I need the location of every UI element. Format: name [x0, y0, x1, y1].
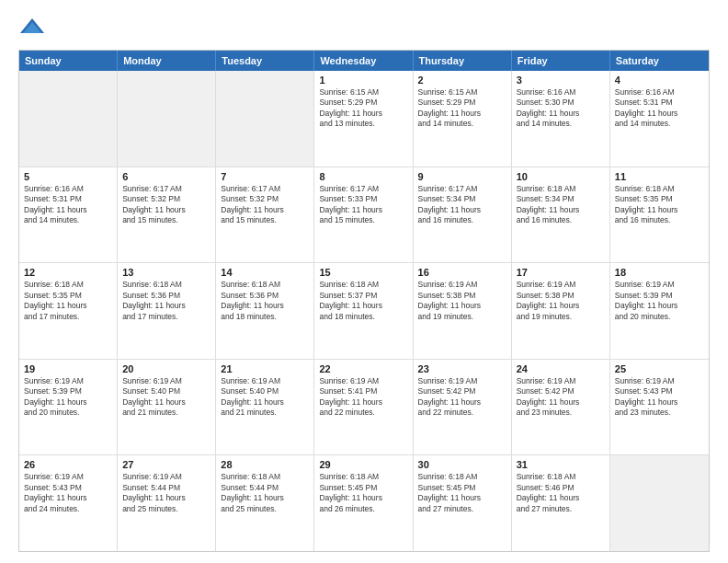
day-number: 8	[319, 171, 407, 182]
day-cell-20: 20Sunrise: 6:19 AMSunset: 5:40 PMDayligh…	[118, 360, 216, 455]
day-info: Sunrise: 6:19 AMSunset: 5:42 PMDaylight:…	[517, 376, 605, 419]
day-number: 30	[418, 459, 506, 470]
day-info: Sunrise: 6:19 AMSunset: 5:38 PMDaylight:…	[418, 280, 506, 322]
day-cell-5: 5Sunrise: 6:16 AMSunset: 5:31 PMDaylight…	[19, 167, 118, 263]
day-number: 26	[24, 459, 112, 470]
day-cell-28: 28Sunrise: 6:18 AMSunset: 5:44 PMDayligh…	[216, 455, 314, 551]
calendar-week-4: 19Sunrise: 6:19 AMSunset: 5:39 PMDayligh…	[19, 359, 709, 455]
day-info: Sunrise: 6:19 AMSunset: 5:40 PMDaylight:…	[122, 376, 210, 419]
day-info: Sunrise: 6:16 AMSunset: 5:31 PMDaylight:…	[615, 87, 704, 130]
day-number: 22	[319, 363, 407, 374]
day-cell-16: 16Sunrise: 6:19 AMSunset: 5:38 PMDayligh…	[414, 263, 512, 359]
day-cell-empty	[118, 71, 216, 167]
day-info: Sunrise: 6:18 AMSunset: 5:36 PMDaylight:…	[122, 280, 210, 322]
calendar-week-1: 1Sunrise: 6:15 AMSunset: 5:29 PMDaylight…	[19, 71, 709, 167]
day-number: 28	[221, 459, 309, 470]
day-number: 24	[517, 363, 605, 374]
day-info: Sunrise: 6:19 AMSunset: 5:38 PMDaylight:…	[517, 280, 605, 322]
header-day-saturday: Saturday	[610, 51, 709, 71]
day-info: Sunrise: 6:19 AMSunset: 5:41 PMDaylight:…	[319, 376, 407, 419]
day-info: Sunrise: 6:18 AMSunset: 5:35 PMDaylight:…	[615, 184, 704, 226]
day-number: 20	[122, 363, 210, 374]
day-cell-23: 23Sunrise: 6:19 AMSunset: 5:42 PMDayligh…	[414, 360, 512, 455]
day-cell-8: 8Sunrise: 6:17 AMSunset: 5:33 PMDaylight…	[314, 167, 413, 263]
header-day-tuesday: Tuesday	[216, 51, 314, 71]
day-number: 5	[24, 171, 112, 182]
header-day-sunday: Sunday	[19, 51, 118, 71]
day-cell-17: 17Sunrise: 6:19 AMSunset: 5:38 PMDayligh…	[512, 263, 610, 359]
day-number: 1	[319, 75, 407, 86]
day-info: Sunrise: 6:19 AMSunset: 5:43 PMDaylight:…	[615, 376, 704, 419]
header-day-thursday: Thursday	[414, 51, 512, 71]
header-day-friday: Friday	[512, 51, 610, 71]
day-cell-empty	[19, 71, 118, 167]
calendar: SundayMondayTuesdayWednesdayThursdayFrid…	[18, 50, 710, 552]
day-cell-30: 30Sunrise: 6:18 AMSunset: 5:45 PMDayligh…	[414, 455, 512, 551]
day-info: Sunrise: 6:18 AMSunset: 5:35 PMDaylight:…	[24, 280, 112, 322]
day-number: 27	[122, 459, 210, 470]
day-cell-7: 7Sunrise: 6:17 AMSunset: 5:32 PMDaylight…	[216, 167, 314, 263]
day-number: 15	[319, 267, 407, 278]
day-info: Sunrise: 6:19 AMSunset: 5:40 PMDaylight:…	[221, 376, 309, 419]
day-number: 17	[517, 267, 605, 278]
day-number: 12	[24, 267, 112, 278]
day-cell-10: 10Sunrise: 6:18 AMSunset: 5:34 PMDayligh…	[512, 167, 610, 263]
day-cell-25: 25Sunrise: 6:19 AMSunset: 5:43 PMDayligh…	[610, 360, 709, 455]
day-cell-empty	[610, 455, 709, 551]
day-info: Sunrise: 6:19 AMSunset: 5:39 PMDaylight:…	[615, 280, 704, 322]
day-number: 18	[615, 267, 704, 278]
day-number: 31	[517, 459, 605, 470]
day-number: 2	[418, 75, 506, 86]
day-info: Sunrise: 6:18 AMSunset: 5:46 PMDaylight:…	[517, 472, 605, 514]
calendar-week-2: 5Sunrise: 6:16 AMSunset: 5:31 PMDaylight…	[19, 167, 709, 263]
day-number: 10	[517, 171, 605, 182]
day-cell-empty	[216, 71, 314, 167]
day-info: Sunrise: 6:19 AMSunset: 5:44 PMDaylight:…	[122, 472, 210, 514]
day-number: 23	[418, 363, 506, 374]
day-info: Sunrise: 6:17 AMSunset: 5:34 PMDaylight:…	[418, 184, 506, 226]
day-cell-11: 11Sunrise: 6:18 AMSunset: 5:35 PMDayligh…	[610, 167, 709, 263]
day-cell-18: 18Sunrise: 6:19 AMSunset: 5:39 PMDayligh…	[610, 263, 709, 359]
day-cell-12: 12Sunrise: 6:18 AMSunset: 5:35 PMDayligh…	[19, 263, 118, 359]
calendar-week-3: 12Sunrise: 6:18 AMSunset: 5:35 PMDayligh…	[19, 262, 709, 359]
day-info: Sunrise: 6:18 AMSunset: 5:37 PMDaylight:…	[319, 280, 407, 322]
day-cell-15: 15Sunrise: 6:18 AMSunset: 5:37 PMDayligh…	[314, 263, 413, 359]
day-number: 7	[221, 171, 309, 182]
day-number: 11	[615, 171, 704, 182]
day-cell-21: 21Sunrise: 6:19 AMSunset: 5:40 PMDayligh…	[216, 360, 314, 455]
day-number: 6	[122, 171, 210, 182]
day-number: 3	[517, 75, 605, 86]
day-cell-6: 6Sunrise: 6:17 AMSunset: 5:32 PMDaylight…	[118, 167, 216, 263]
day-number: 13	[122, 267, 210, 278]
day-info: Sunrise: 6:18 AMSunset: 5:45 PMDaylight:…	[418, 472, 506, 514]
logo-icon	[18, 15, 46, 42]
day-number: 25	[615, 363, 704, 374]
day-info: Sunrise: 6:18 AMSunset: 5:36 PMDaylight:…	[221, 280, 309, 322]
day-number: 21	[221, 363, 309, 374]
day-info: Sunrise: 6:17 AMSunset: 5:32 PMDaylight:…	[122, 184, 210, 226]
day-info: Sunrise: 6:19 AMSunset: 5:43 PMDaylight:…	[24, 472, 112, 514]
day-cell-14: 14Sunrise: 6:18 AMSunset: 5:36 PMDayligh…	[216, 263, 314, 359]
day-info: Sunrise: 6:19 AMSunset: 5:42 PMDaylight:…	[418, 376, 506, 419]
calendar-body: 1Sunrise: 6:15 AMSunset: 5:29 PMDaylight…	[19, 71, 709, 551]
day-cell-22: 22Sunrise: 6:19 AMSunset: 5:41 PMDayligh…	[314, 360, 413, 455]
day-cell-13: 13Sunrise: 6:18 AMSunset: 5:36 PMDayligh…	[118, 263, 216, 359]
page: SundayMondayTuesdayWednesdayThursdayFrid…	[0, 0, 728, 563]
header-day-wednesday: Wednesday	[314, 51, 413, 71]
header	[18, 15, 710, 42]
day-cell-29: 29Sunrise: 6:18 AMSunset: 5:45 PMDayligh…	[314, 455, 413, 551]
day-info: Sunrise: 6:16 AMSunset: 5:31 PMDaylight:…	[24, 184, 112, 226]
day-info: Sunrise: 6:16 AMSunset: 5:30 PMDaylight:…	[517, 87, 605, 130]
day-cell-24: 24Sunrise: 6:19 AMSunset: 5:42 PMDayligh…	[512, 360, 610, 455]
calendar-week-5: 26Sunrise: 6:19 AMSunset: 5:43 PMDayligh…	[19, 454, 709, 551]
calendar-header: SundayMondayTuesdayWednesdayThursdayFrid…	[19, 51, 709, 71]
day-info: Sunrise: 6:18 AMSunset: 5:44 PMDaylight:…	[221, 472, 309, 514]
day-number: 19	[24, 363, 112, 374]
day-number: 29	[319, 459, 407, 470]
day-info: Sunrise: 6:15 AMSunset: 5:29 PMDaylight:…	[418, 87, 506, 130]
header-day-monday: Monday	[118, 51, 216, 71]
day-number: 9	[418, 171, 506, 182]
day-info: Sunrise: 6:18 AMSunset: 5:45 PMDaylight:…	[319, 472, 407, 514]
day-cell-9: 9Sunrise: 6:17 AMSunset: 5:34 PMDaylight…	[414, 167, 512, 263]
day-cell-2: 2Sunrise: 6:15 AMSunset: 5:29 PMDaylight…	[414, 71, 512, 167]
